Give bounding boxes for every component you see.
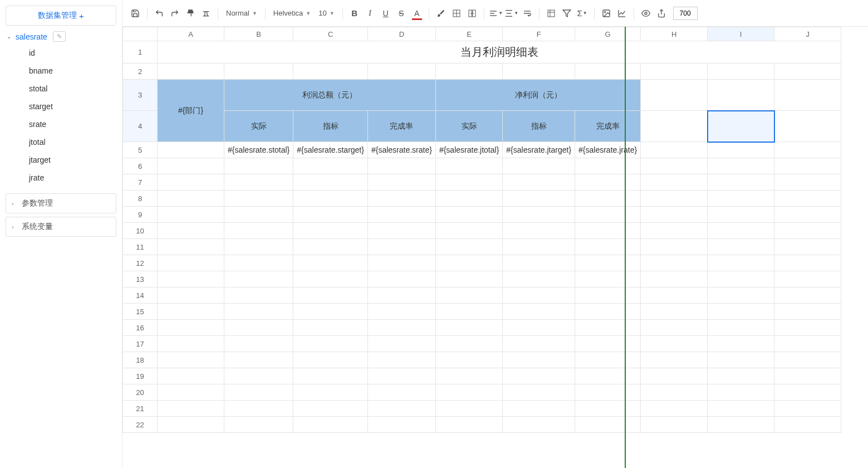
cell[interactable] bbox=[774, 158, 841, 174]
cell[interactable] bbox=[503, 239, 575, 255]
header-profit-total[interactable]: 利润总额（元） bbox=[224, 80, 436, 111]
cell[interactable] bbox=[708, 417, 774, 433]
cell[interactable] bbox=[293, 158, 368, 174]
cell[interactable] bbox=[774, 142, 841, 158]
cell[interactable] bbox=[708, 352, 774, 368]
cell[interactable] bbox=[575, 401, 641, 417]
cell[interactable] bbox=[774, 287, 841, 304]
col-header[interactable]: A bbox=[158, 27, 224, 41]
cell[interactable] bbox=[708, 255, 774, 271]
row-header[interactable]: 8 bbox=[123, 191, 158, 207]
header-net-profit[interactable]: 净利润（元） bbox=[435, 80, 640, 111]
cell[interactable] bbox=[708, 287, 774, 304]
cell[interactable] bbox=[293, 417, 368, 433]
strikethrough-icon[interactable]: S bbox=[394, 6, 409, 21]
cell[interactable] bbox=[575, 223, 641, 239]
row-header[interactable]: 3 bbox=[123, 80, 158, 111]
cell[interactable] bbox=[503, 352, 575, 368]
cell[interactable] bbox=[435, 368, 502, 384]
cell[interactable] bbox=[641, 239, 708, 255]
freeze-pane-icon[interactable] bbox=[544, 6, 558, 21]
cell[interactable] bbox=[774, 320, 841, 336]
cell[interactable] bbox=[503, 368, 575, 384]
cell[interactable] bbox=[367, 64, 435, 80]
cell[interactable] bbox=[158, 384, 224, 401]
cell[interactable] bbox=[367, 239, 435, 255]
row-header[interactable]: 7 bbox=[123, 174, 158, 191]
row-header[interactable]: 16 bbox=[123, 320, 158, 336]
cell[interactable] bbox=[367, 417, 435, 433]
style-dropdown[interactable]: Normal▼ bbox=[223, 6, 261, 21]
cell[interactable] bbox=[293, 368, 368, 384]
cell[interactable] bbox=[158, 142, 224, 158]
param-manage-panel[interactable]: › 参数管理 bbox=[6, 193, 116, 213]
cell[interactable] bbox=[774, 239, 841, 255]
cell[interactable] bbox=[435, 384, 502, 401]
fill-color-icon[interactable] bbox=[434, 6, 448, 21]
sysvar-panel[interactable]: › 系统变量 bbox=[6, 217, 116, 237]
tree-leaf[interactable]: stotal bbox=[29, 80, 116, 98]
align-horizontal-icon[interactable]: ▼ bbox=[489, 6, 503, 21]
cell[interactable] bbox=[575, 287, 641, 304]
header-sub[interactable]: 实际 bbox=[435, 111, 502, 142]
cell[interactable] bbox=[293, 352, 368, 368]
filter-icon[interactable] bbox=[560, 6, 574, 21]
cell[interactable] bbox=[774, 207, 841, 223]
chart-icon[interactable] bbox=[615, 6, 629, 21]
cell[interactable] bbox=[774, 191, 841, 207]
cell[interactable] bbox=[158, 174, 224, 191]
cell[interactable] bbox=[158, 223, 224, 239]
cell[interactable]: #{salesrate.jtarget} bbox=[503, 142, 575, 158]
cell[interactable] bbox=[224, 207, 293, 223]
cell[interactable] bbox=[774, 271, 841, 287]
cell[interactable] bbox=[575, 239, 641, 255]
cell[interactable] bbox=[575, 64, 641, 80]
cell[interactable] bbox=[158, 158, 224, 174]
tree-leaf[interactable]: bname bbox=[29, 62, 116, 80]
clear-format-icon[interactable] bbox=[199, 6, 213, 21]
cell[interactable] bbox=[641, 287, 708, 304]
cell[interactable] bbox=[158, 271, 224, 287]
cell[interactable] bbox=[774, 401, 841, 417]
row-header[interactable]: 15 bbox=[123, 304, 158, 320]
tree-root-salesrate[interactable]: ⌄ salesrate ✎ bbox=[6, 29, 116, 44]
cell[interactable]: #{salesrate.srate} bbox=[367, 142, 435, 158]
cell[interactable] bbox=[503, 191, 575, 207]
cell[interactable] bbox=[367, 352, 435, 368]
row-header[interactable]: 18 bbox=[123, 352, 158, 368]
tree-leaf[interactable]: jtarget bbox=[29, 151, 116, 169]
cell[interactable] bbox=[503, 401, 575, 417]
cell[interactable] bbox=[503, 336, 575, 352]
cell[interactable] bbox=[503, 207, 575, 223]
cell[interactable] bbox=[641, 191, 708, 207]
cell[interactable] bbox=[575, 417, 641, 433]
cell[interactable] bbox=[293, 384, 368, 401]
cell[interactable] bbox=[641, 255, 708, 271]
cell[interactable] bbox=[641, 174, 708, 191]
cell[interactable] bbox=[293, 223, 368, 239]
cell[interactable] bbox=[641, 142, 708, 158]
header-dept[interactable]: #{部门} bbox=[158, 80, 224, 142]
cell[interactable] bbox=[641, 368, 708, 384]
cell[interactable] bbox=[575, 368, 641, 384]
cell[interactable] bbox=[708, 80, 774, 111]
cell[interactable] bbox=[774, 174, 841, 191]
cell[interactable] bbox=[641, 207, 708, 223]
row-header[interactable]: 11 bbox=[123, 239, 158, 255]
cell[interactable] bbox=[224, 384, 293, 401]
cell[interactable] bbox=[435, 336, 502, 352]
cell[interactable] bbox=[435, 64, 502, 80]
cell[interactable] bbox=[435, 417, 502, 433]
cell[interactable] bbox=[774, 80, 841, 111]
cell[interactable] bbox=[293, 401, 368, 417]
row-header[interactable]: 6 bbox=[123, 158, 158, 174]
spreadsheet-grid[interactable]: A B C D E F G H I J 1当月利润明细表23#{部门}利润总额（… bbox=[122, 27, 868, 468]
cell[interactable] bbox=[158, 239, 224, 255]
cell[interactable] bbox=[158, 207, 224, 223]
cell[interactable] bbox=[224, 401, 293, 417]
cell[interactable] bbox=[293, 239, 368, 255]
row-header[interactable]: 12 bbox=[123, 255, 158, 271]
cell[interactable] bbox=[435, 401, 502, 417]
cell[interactable] bbox=[158, 320, 224, 336]
cell[interactable] bbox=[575, 384, 641, 401]
